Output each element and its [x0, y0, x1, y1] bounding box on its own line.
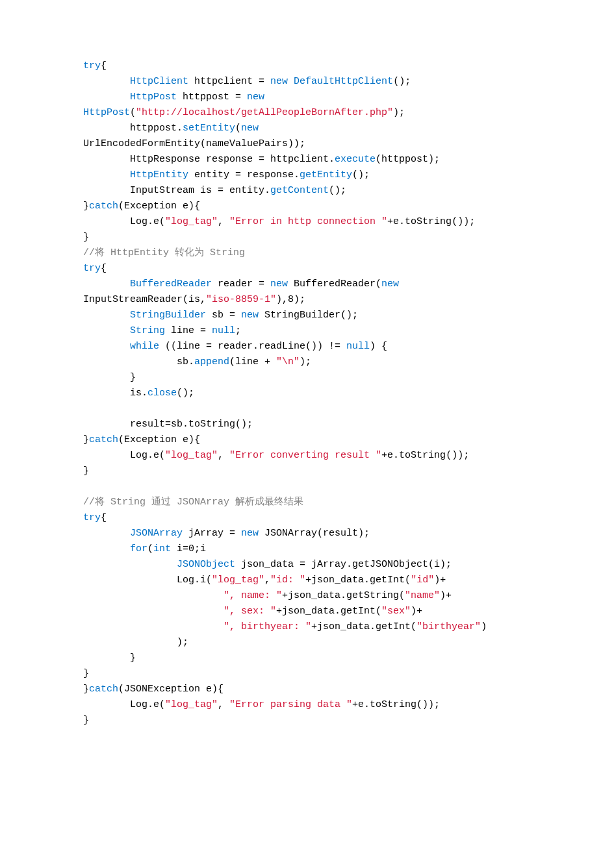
code-token: catch [89, 434, 118, 445]
code-token: catch [89, 684, 118, 695]
code-token: , [218, 450, 229, 461]
code-token [83, 169, 130, 180]
code-token: while [130, 341, 159, 352]
code-line: } [83, 651, 588, 666]
code-token: getEntity [300, 169, 352, 180]
code-line: Log.e("log_tag", "Error parsing data "+e… [83, 697, 588, 713]
code-line: while ((line = reader.readLine()) != nul… [83, 339, 588, 354]
code-token: , [218, 699, 229, 710]
code-token: (line + [229, 356, 276, 367]
code-line: } [83, 370, 588, 386]
code-token: try [83, 263, 101, 274]
code-line: UrlEncodedFormEntity(nameValuePairs)); [83, 136, 588, 152]
code-token: httppost. [83, 123, 183, 134]
code-token: "name" [405, 590, 440, 601]
code-line: //将 HttpEntity 转化为 String [83, 245, 588, 261]
code-token: ", name: " [224, 590, 282, 601]
code-token: JSONObject [177, 559, 235, 570]
code-token [83, 310, 130, 321]
code-line: Log.e("log_tag", "Error converting resul… [83, 448, 588, 464]
code-token: append [194, 356, 229, 367]
code-token: new [247, 92, 264, 103]
code-token: +e.toString()); [381, 450, 469, 461]
code-token: String [130, 325, 165, 336]
code-line: }catch(Exception e){ [83, 199, 588, 214]
code-token: InputStreamReader(is, [83, 294, 206, 305]
code-token: ); [300, 356, 311, 367]
code-line: }catch(JSONException e){ [83, 682, 588, 697]
code-token: Log.e( [83, 699, 165, 710]
code-token: "id: " [270, 575, 305, 586]
code-token: setEntity [183, 123, 235, 134]
code-line [83, 401, 588, 417]
code-token: new [241, 310, 259, 321]
code-token: for [130, 543, 147, 554]
code-token: (); [329, 185, 346, 196]
code-token: "\n" [276, 356, 300, 367]
code-line: BufferedReader reader = new BufferedRead… [83, 277, 588, 292]
code-token: sb = [206, 310, 241, 321]
code-token: +json_data.getInt( [276, 606, 381, 617]
code-token: )+ [434, 575, 446, 586]
code-token: (Exception e){ [118, 201, 200, 212]
code-token: new [241, 528, 259, 539]
code-token [83, 279, 130, 290]
code-line: ", name: "+json_data.getString("name")+ [83, 588, 588, 604]
code-token: (httppost); [376, 154, 440, 165]
code-token: result=sb.toString(); [83, 419, 253, 430]
code-token: } [83, 434, 89, 445]
code-token [83, 528, 130, 539]
code-token: +json_data.getString( [282, 590, 405, 601]
code-line: HttpResponse response = httpclient.execu… [83, 152, 588, 167]
code-token: (Exception e){ [118, 434, 200, 445]
code-line: } [83, 464, 588, 479]
code-token: )+ [440, 590, 452, 601]
code-token: ) { [370, 341, 387, 352]
code-token: null [212, 325, 235, 336]
code-token: +json_data.getInt( [311, 621, 416, 632]
code-token: Log.e( [83, 450, 165, 461]
code-token: } [83, 668, 89, 679]
code-token: { [101, 263, 107, 274]
code-token: "log_tag" [165, 450, 218, 461]
code-token: InputStream is = entity. [83, 185, 270, 196]
code-token: is. [83, 388, 147, 399]
code-token: null [346, 341, 370, 352]
code-token: ((line = reader.readLine()) != [159, 341, 346, 352]
code-token: ( [235, 123, 241, 134]
code-token [83, 76, 130, 87]
code-token: httppost = [177, 92, 247, 103]
code-token [83, 92, 130, 103]
code-line [83, 479, 588, 495]
code-token: jArray = [183, 528, 241, 539]
code-token: new [241, 123, 259, 134]
code-token [83, 481, 89, 492]
code-token: HttpEntity [130, 169, 188, 180]
code-line: result=sb.toString(); [83, 417, 588, 432]
code-token: } [83, 652, 136, 663]
code-document: try{ HttpClient httpclient = new Default… [0, 0, 614, 868]
code-token: ) [481, 621, 487, 632]
code-line: sb.append(line + "\n"); [83, 354, 588, 370]
code-token: HttpClient [130, 76, 188, 87]
code-token: "Error parsing data " [229, 699, 352, 710]
code-token: JSONArray [130, 528, 183, 539]
code-line: is.close(); [83, 386, 588, 401]
code-line: //将 String 通过 JSONArray 解析成最终结果 [83, 495, 588, 510]
code-line: } [83, 713, 588, 728]
code-token: try [83, 60, 101, 71]
code-token: HttpResponse response = httpclient. [83, 154, 335, 165]
code-line: Log.i("log_tag","id: "+json_data.getInt(… [83, 573, 588, 588]
code-token: entity = response. [188, 169, 300, 180]
code-token: "Error in http connection " [229, 216, 387, 227]
code-line: }catch(Exception e){ [83, 432, 588, 448]
code-line: InputStreamReader(is,"iso-8859-1"),8); [83, 292, 588, 308]
code-token: (); [393, 76, 411, 87]
code-line: } [83, 230, 588, 245]
code-token: ", sex: " [224, 606, 276, 617]
code-token: HttpPost [83, 107, 130, 118]
code-line: HttpPost("http://localhost/getAllPeopleB… [83, 105, 588, 121]
code-token: ),8); [276, 294, 305, 305]
code-line: Log.e("log_tag", "Error in http connecti… [83, 214, 588, 230]
code-line: ", sex: "+json_data.getInt("sex")+ [83, 604, 588, 619]
